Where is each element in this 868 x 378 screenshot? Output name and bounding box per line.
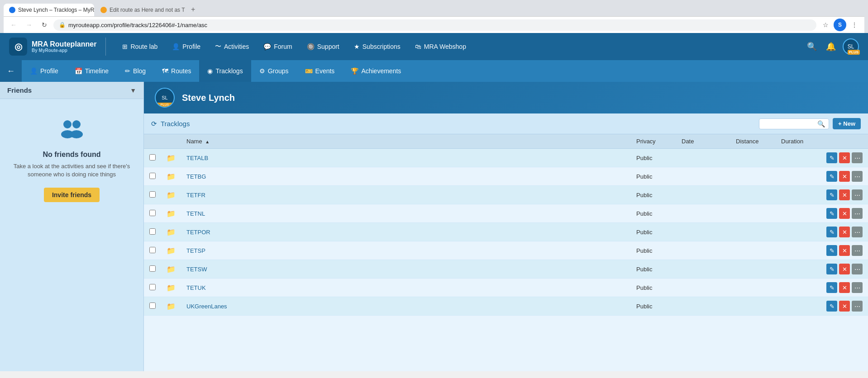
delete-btn-9[interactable]: ✕ [839,301,850,312]
track-name-6[interactable]: TETSP [186,247,205,254]
forward-button[interactable]: → [23,19,35,31]
row-checkbox-9[interactable] [149,302,156,309]
new-tab-button[interactable]: + [186,3,200,16]
row-folder-icon-9: 📁 [161,297,181,316]
delete-btn-4[interactable]: ✕ [839,208,850,219]
track-name-7[interactable]: TETSW [186,266,207,273]
delete-btn-1[interactable]: ✕ [839,152,850,163]
track-name-3[interactable]: TETFR [186,192,205,198]
table-row: 📁 TETSP Public ✎ ✕ ⋯ [144,241,868,260]
edit-btn-1[interactable]: ✎ [826,152,837,163]
chrome-profile[interactable]: S [834,19,846,31]
logo-icon: ◎ [9,38,27,56]
profile-nav-profile[interactable]: 👤 Profile [22,60,67,82]
invite-friends-button[interactable]: Invite friends [44,188,100,202]
col-privacy-header: Privacy [631,134,676,149]
track-name-5[interactable]: TETPOR [186,229,210,236]
more-btn-7[interactable]: ⋯ [852,264,863,274]
track-name-9[interactable]: UKGreenLanes [186,303,227,310]
notifications-button[interactable]: 🔔 [824,39,838,54]
row-duration-3 [776,186,821,204]
header-actions: 🔍 🔔 SL PLUS [805,38,859,55]
profile-nav-events-label: Events [315,67,335,75]
nav-webshop[interactable]: 🛍 MRA Webshop [408,33,473,60]
app-logo[interactable]: ◎ MRA Routeplanner By MyRoute-app [9,38,96,56]
user-banner-name: Steve Lynch [182,93,235,103]
row-actions-2: ✎ ✕ ⋯ [821,167,868,186]
no-friends-text: Take a look at the activities and see if… [9,162,134,179]
row-checkbox-7[interactable] [149,265,156,272]
menu-button[interactable]: ⋮ [848,19,861,31]
row-name-4: TETNL [181,204,631,223]
profile-nav-blog[interactable]: ✏ Blog [117,60,154,82]
delete-btn-8[interactable]: ✕ [839,282,850,293]
new-button[interactable]: + New [833,118,861,129]
address-bar[interactable]: 🔒 myrouteapp.com/profile/tracks/1226406#… [53,19,816,31]
row-date-7 [676,260,730,279]
more-btn-1[interactable]: ⋯ [852,152,863,163]
row-checkbox-3[interactable] [149,191,156,198]
delete-btn-7[interactable]: ✕ [839,264,850,274]
edit-btn-4[interactable]: ✎ [826,208,837,219]
edit-btn-5[interactable]: ✎ [826,227,837,237]
nav-route-lab[interactable]: ⊞ Route lab [115,33,165,60]
track-name-1[interactable]: TETALB [186,155,208,161]
track-name-4[interactable]: TETNL [186,210,205,217]
nav-activities[interactable]: 〜 Activities [208,33,256,60]
back-button[interactable]: ← [7,19,20,31]
more-btn-9[interactable]: ⋯ [852,301,863,312]
more-btn-5[interactable]: ⋯ [852,227,863,237]
row-check-2 [144,167,161,186]
profile-nav-groups[interactable]: ⚙ Groups [251,60,297,82]
track-name-2[interactable]: TETBG [186,173,206,180]
nav-profile[interactable]: 👤 Profile [165,33,208,60]
profile-nav-achievements-label: Achievements [361,67,401,75]
more-btn-2[interactable]: ⋯ [852,171,863,182]
edit-btn-3[interactable]: ✎ [826,189,837,200]
more-btn-4[interactable]: ⋯ [852,208,863,219]
more-btn-6[interactable]: ⋯ [852,245,863,256]
col-name-header[interactable]: Name ▲ [181,134,631,149]
edit-btn-7[interactable]: ✎ [826,264,837,274]
row-privacy-5: Public [631,223,676,241]
search-input[interactable] [763,120,817,127]
reload-button[interactable]: ↻ [38,19,51,31]
delete-btn-2[interactable]: ✕ [839,171,850,182]
profile-nav-routes[interactable]: 🗺 Routes [154,60,199,82]
nav-subscriptions[interactable]: ★ Subscriptions [347,33,408,60]
row-checkbox-1[interactable] [149,154,156,161]
nav-support[interactable]: 🔘 Support [300,33,347,60]
more-btn-3[interactable]: ⋯ [852,189,863,200]
tracks-tbody: 📁 TETALB Public ✎ ✕ ⋯ [144,149,868,316]
row-checkbox-8[interactable] [149,284,156,290]
search-button[interactable]: 🔍 [805,39,819,54]
delete-btn-5[interactable]: ✕ [839,227,850,237]
browser-actions: ☆ S ⋮ [819,19,861,31]
profile-nav-back[interactable]: ← [0,60,22,82]
row-checkbox-2[interactable] [149,173,156,179]
row-distance-9 [730,297,776,316]
sidebar-dropdown[interactable]: ▼ [130,87,136,94]
delete-btn-3[interactable]: ✕ [839,189,850,200]
edit-btn-6[interactable]: ✎ [826,245,837,256]
profile-nav-timeline[interactable]: 📅 Timeline [67,60,117,82]
profile-nav-tracklogs[interactable]: ◉ Tracklogs [199,60,251,82]
row-checkbox-6[interactable] [149,247,156,253]
browser-tab-1[interactable]: Steve Lynch – Tracklogs – MyR… ✕ [4,4,94,16]
more-btn-8[interactable]: ⋯ [852,282,863,293]
profile-nav-events[interactable]: 🎫 Events [297,60,343,82]
track-name-8[interactable]: TETUK [186,284,206,291]
row-checkbox-4[interactable] [149,210,156,216]
bookmark-button[interactable]: ☆ [819,19,832,31]
edit-btn-8[interactable]: ✎ [826,282,837,293]
row-checkbox-5[interactable] [149,228,156,235]
user-avatar[interactable]: SL PLUS [843,38,859,55]
browser-tab-2[interactable]: Edit route as Here and not as T… ✕ [95,4,186,16]
edit-btn-9[interactable]: ✎ [826,301,837,312]
delete-btn-6[interactable]: ✕ [839,245,850,256]
edit-btn-2[interactable]: ✎ [826,171,837,182]
nav-forum[interactable]: 💬 Forum [256,33,299,60]
row-privacy-1: Public [631,149,676,167]
profile-nav-achievements[interactable]: 🏆 Achievements [343,60,409,82]
subscriptions-icon: ★ [354,43,360,50]
